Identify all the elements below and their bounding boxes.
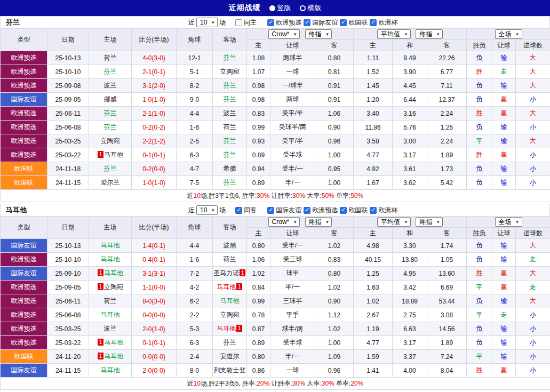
competition-checkbox-3[interactable]: 欧洲杯 <box>370 206 397 215</box>
asian-away-odds: 1.09 <box>315 350 354 364</box>
radio-icon <box>269 5 275 11</box>
home-team: 1马耳他 <box>89 350 132 364</box>
result-cell: 胜 <box>467 148 492 162</box>
same-venue-checkbox[interactable]: 同主 <box>235 18 257 27</box>
final-odds-dropdown-2[interactable]: 终指▼ <box>416 29 443 39</box>
col-type: 类型 <box>1 29 47 51</box>
col-score: 比分(半场) <box>132 217 177 239</box>
result-cell: 胜 <box>467 267 492 281</box>
asian-handicap: 一球 <box>270 65 315 79</box>
score-cell: 1-0(1-0) <box>132 176 177 190</box>
goals-result-cell: 大 <box>516 239 550 253</box>
result-cell: 负 <box>467 294 492 308</box>
competition-checkbox-2[interactable]: 欧国联 <box>340 18 368 27</box>
competition-checkbox-2[interactable]: 欧国联 <box>340 206 368 215</box>
euro-home-odds: 1.11 <box>354 51 393 65</box>
chevron-down-icon: ▼ <box>404 220 408 225</box>
corner-cell: 7-2 <box>177 267 213 281</box>
euro-draw-odds: 3.16 <box>393 107 427 121</box>
asian-home-odds: 0.78 <box>247 308 270 322</box>
goals-result-cell: 走 <box>516 253 550 267</box>
handicap-result-cell: 赢 <box>492 148 516 162</box>
euro-home-odds: 1.02 <box>354 294 393 308</box>
home-team: 马耳他 <box>89 253 132 267</box>
team-name-text: 芬兰 <box>224 95 236 103</box>
away-team: 芬兰 <box>213 93 247 107</box>
radio-horizontal-layout[interactable]: 横版 <box>300 3 322 13</box>
team-name-text: 希腊 <box>224 165 236 172</box>
recent-count-dropdown[interactable]: 10▼ <box>196 205 218 215</box>
competition-checkbox-1[interactable]: 国际友谊 <box>304 18 338 27</box>
red-card-badge: 1 <box>98 269 103 276</box>
result-row: 欧洲预选25-03-25波兰2-0(1-0)5-3马耳他10.87球半/两1.0… <box>1 322 550 336</box>
fulltime-value: 全场 <box>499 218 512 227</box>
score-cell: 1-4(0-1) <box>132 239 177 253</box>
summary-row: 近10场,胜3平1负6, 胜率:30% 让胜率:30% 大率:50% 单率:50… <box>1 190 550 202</box>
team-name-text: 立陶宛 <box>220 311 240 318</box>
goals-result-cell: 小 <box>516 93 550 107</box>
match-date: 25-06-11 <box>47 294 89 308</box>
goals-result-cell: 小 <box>516 364 550 378</box>
final-odds-dropdown-2[interactable]: 终指▼ <box>416 217 443 227</box>
same-venue-checkbox[interactable]: 同客 <box>235 206 257 215</box>
final-odds-dropdown[interactable]: 终指▼ <box>305 29 332 39</box>
asian-handicap: 球半/两 <box>270 322 315 336</box>
goals-result-cell: 小 <box>516 162 550 176</box>
subcol-euro-home: 主 <box>354 40 393 51</box>
corner-cell: 1-6 <box>177 253 213 267</box>
final-odds-dropdown[interactable]: 终指▼ <box>305 217 332 227</box>
result-cell: 负 <box>467 79 492 93</box>
team-name-text: 马耳他 <box>104 151 123 158</box>
competition-checkbox-1[interactable]: 欧洲预选 <box>304 206 338 215</box>
goals-result-cell: 小 <box>516 176 550 190</box>
match-type-badge: 欧洲预选 <box>1 107 47 121</box>
result-row: 欧洲预选25-06-08马耳他0-0(0-0)2-2立陶宛0.78平手1.122… <box>1 308 550 322</box>
away-team: 马耳他1 <box>213 322 247 336</box>
recent-count-dropdown[interactable]: 10▼ <box>196 18 218 27</box>
fulltime-dropdown[interactable]: 全场▼ <box>495 217 522 227</box>
team-name-text: 列支敦士登 <box>214 366 246 374</box>
checkbox-icon <box>267 207 274 214</box>
score-cell: 3-1(2-0) <box>132 79 177 93</box>
away-team: 安道尔 <box>213 350 247 364</box>
average-dropdown[interactable]: 平均值▼ <box>377 29 411 39</box>
score-cell: 1-0(1-0) <box>132 93 177 107</box>
section-finland: 芬兰 近 10▼ 场 同主 欧洲预选 国际友谊 欧国联 欧洲杯 类型 日期 主场 <box>0 16 550 202</box>
result-cell: 平 <box>467 281 492 294</box>
home-team: 爱尔兰 <box>89 176 132 190</box>
average-dropdown[interactable]: 平均值▼ <box>377 217 411 227</box>
asian-home-odds: 0.94 <box>247 162 270 176</box>
checkbox-icon <box>235 19 242 26</box>
result-row: 欧国联24-11-15爱尔兰1-0(1-0)7-5芬兰0.89半/一1.001.… <box>1 176 550 190</box>
euro-away-odds: 1.73 <box>427 162 467 176</box>
asian-home-odds: 0.89 <box>247 148 270 162</box>
bookmaker-dropdown[interactable]: Crow*▼ <box>268 29 300 39</box>
match-date: 24-11-15 <box>47 176 89 190</box>
asian-away-odds: 1.00 <box>315 176 354 190</box>
team-name-text: 马耳他 <box>104 269 123 277</box>
competition-checkbox-0[interactable]: 欧洲预选 <box>267 18 301 27</box>
match-date: 25-10-10 <box>47 65 89 79</box>
fulltime-dropdown[interactable]: 全场▼ <box>495 29 522 39</box>
euro-draw-odds: 3.17 <box>393 336 427 350</box>
bookmaker-dropdown[interactable]: Crow*▼ <box>268 217 300 227</box>
asian-away-odds: 1.12 <box>315 308 354 322</box>
competition-label: 国际友谊 <box>312 18 338 27</box>
competition-checkbox-3[interactable]: 欧洲杯 <box>370 18 397 27</box>
radio-vertical-layout[interactable]: 竖版 <box>269 3 291 13</box>
section-malta: 马耳他 近 10▼ 场 同客 国际友谊 欧洲预选 欧国联 欧洲杯 类型 日期 主… <box>0 204 550 390</box>
checkbox-icon <box>340 207 347 214</box>
near-label: 近 <box>188 206 195 215</box>
score-cell: 0-2(0-2) <box>132 121 177 134</box>
score-cell: 0-1(0-1) <box>132 148 177 162</box>
handicap-result-cell: 输 <box>492 176 516 190</box>
euro-draw-odds: 3.30 <box>393 239 427 253</box>
result-row: 欧洲预选25-06-08芬兰0-2(0-2)1-6荷兰0.99受球半/两0.90… <box>1 121 550 134</box>
result-row: 欧洲预选25-03-221马耳他0-1(0-1)6-3芬兰0.89受半球1.00… <box>1 148 550 162</box>
competition-checkbox-0[interactable]: 国际友谊 <box>267 206 301 215</box>
asian-home-odds: 0.80 <box>247 239 270 253</box>
euro-draw-odds: 13.80 <box>393 253 427 267</box>
col-result: 胜负 <box>467 40 492 51</box>
score-cell: 1-1(0-0) <box>132 281 177 294</box>
match-type-badge: 国际友谊 <box>1 267 47 281</box>
